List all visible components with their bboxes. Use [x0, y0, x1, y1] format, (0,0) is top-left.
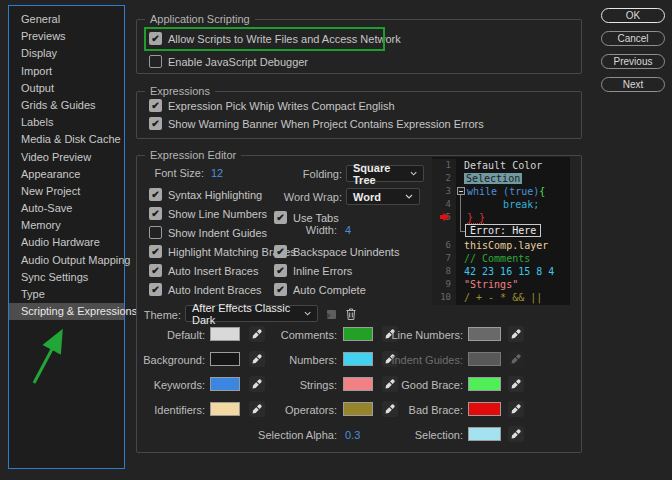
eyedropper-icon[interactable]	[508, 426, 524, 442]
backspace-unindents-checkbox[interactable]: ✔ Backspace Unindents	[274, 245, 399, 258]
pick-whip-checkbox[interactable]: ✔ Expression Pick Whip Writes Compact En…	[149, 99, 395, 112]
syntax-preview-panel: 1 Default Color 2 Selection 3 while (tru…	[432, 157, 570, 305]
line-number-gutter	[432, 224, 456, 239]
code-token: / + - * && ||	[464, 292, 542, 303]
preferences-sidebar: General Previews Display Import Output G…	[8, 5, 125, 469]
save-theme-icon[interactable]	[324, 307, 338, 321]
code-line: 3 while (true){	[432, 185, 570, 198]
auto-indent-braces-label: Auto Indent Braces	[168, 284, 262, 296]
show-line-numbers-label: Show Line Numbers	[168, 208, 267, 220]
use-tabs-checkbox[interactable]: ✔ Use Tabs	[274, 211, 339, 224]
code-token: break;	[467, 199, 539, 210]
line-number: 4	[432, 198, 456, 211]
sidebar-item-import[interactable]: Import	[9, 63, 124, 80]
auto-indent-braces-checkbox[interactable]: ✔ Auto Indent Braces	[149, 283, 262, 296]
code-token-bad-brace: } }	[467, 212, 485, 223]
sidebar-item-appearance[interactable]: Appearance	[9, 166, 124, 183]
chevron-down-icon	[410, 171, 417, 176]
syntax-highlighting-checkbox[interactable]: ✔ Syntax Highlighting	[149, 188, 262, 201]
color-keywords-label: Keywords:	[100, 379, 205, 391]
sidebar-item-video-preview[interactable]: Video Preview	[9, 149, 124, 166]
sidebar-item-memory[interactable]: Memory	[9, 217, 124, 234]
color-good-brace-swatch[interactable]	[468, 377, 501, 391]
inline-errors-label: Inline Errors	[293, 265, 352, 277]
sidebar-item-general[interactable]: General	[9, 11, 124, 28]
color-bad-brace-swatch[interactable]	[468, 402, 501, 416]
eyedropper-icon[interactable]	[508, 326, 524, 342]
checkbox-checked-icon: ✔	[274, 245, 287, 258]
application-scripting-title: Application Scripting	[145, 13, 255, 25]
code-line: 10 / + - * && ||	[432, 291, 570, 304]
code-fold-marker-icon	[457, 187, 465, 195]
enable-debugger-checkbox[interactable]: Enable JavaScript Debugger	[149, 55, 308, 68]
color-selection-swatch[interactable]	[468, 427, 501, 441]
checkbox-checked-icon: ✔	[149, 264, 162, 277]
eyedropper-icon[interactable]	[508, 401, 524, 417]
sidebar-item-type[interactable]: Type	[9, 286, 124, 303]
checkbox-unchecked-icon	[149, 226, 162, 239]
folding-value: Square Tree	[353, 162, 410, 186]
ok-button[interactable]: OK	[601, 8, 665, 23]
checkbox-checked-icon: ✔	[149, 99, 162, 112]
sidebar-item-audio-hardware[interactable]: Audio Hardware	[9, 234, 124, 251]
error-marker-icon	[443, 213, 450, 221]
sidebar-item-auto-save[interactable]: Auto-Save	[9, 200, 124, 217]
folding-dropdown[interactable]: Square Tree	[346, 165, 424, 182]
sidebar-item-labels[interactable]: Labels	[9, 114, 124, 131]
tab-width-value[interactable]: 4	[345, 224, 351, 236]
show-indent-guides-checkbox[interactable]: Show Indent Guides	[149, 226, 267, 239]
use-tabs-label: Use Tabs	[293, 212, 339, 224]
color-line-numbers-swatch[interactable]	[468, 327, 501, 341]
theme-dropdown[interactable]: After Effects Classic Dark	[185, 305, 318, 322]
pick-whip-label: Expression Pick Whip Writes Compact Engl…	[168, 100, 395, 112]
allow-scripts-checkbox[interactable]: ✔ Allow Scripts to Write Files and Acces…	[149, 32, 401, 45]
delete-theme-trash-icon[interactable]	[344, 306, 358, 321]
eyedropper-icon[interactable]	[508, 376, 524, 392]
folding-label: Folding:	[280, 168, 342, 180]
checkbox-checked-icon: ✔	[149, 283, 162, 296]
expressions-title: Expressions	[145, 85, 215, 97]
color-indent-guides-label: Indent Guides:	[355, 354, 463, 366]
inline-errors-checkbox[interactable]: ✔ Inline Errors	[274, 264, 352, 277]
warning-banner-checkbox[interactable]: ✔ Show Warning Banner When Project Conta…	[149, 117, 484, 130]
code-token: {	[539, 186, 545, 197]
auto-complete-checkbox[interactable]: ✔ Auto Complete	[274, 283, 366, 296]
sidebar-item-sync-settings[interactable]: Sync Settings	[9, 269, 124, 286]
code-token: // Comments	[464, 253, 530, 264]
sidebar-item-previews[interactable]: Previews	[9, 28, 124, 45]
code-line: 6 thisComp.layer	[432, 239, 570, 252]
next-button[interactable]: Next	[601, 77, 665, 92]
previous-button[interactable]: Previous	[601, 54, 665, 69]
font-size-value[interactable]: 12	[211, 167, 223, 179]
gutter-filler	[432, 304, 570, 305]
sidebar-item-display[interactable]: Display	[9, 45, 124, 62]
sidebar-item-grids-guides[interactable]: Grids & Guides	[9, 97, 124, 114]
sidebar-item-audio-output-mapping[interactable]: Audio Output Mapping	[9, 252, 124, 269]
cancel-button[interactable]: Cancel	[601, 31, 665, 46]
show-line-numbers-checkbox[interactable]: ✔ Show Line Numbers	[149, 207, 267, 220]
auto-insert-braces-checkbox[interactable]: ✔ Auto Insert Braces	[149, 264, 259, 277]
checkbox-checked-icon: ✔	[149, 188, 162, 201]
error-tooltip: Error: Here	[465, 224, 541, 237]
code-fold-line	[460, 195, 465, 232]
show-indent-guides-label: Show Indent Guides	[168, 227, 267, 239]
backspace-unindents-label: Backspace Unindents	[293, 246, 399, 258]
code-token: "Strings"	[464, 279, 518, 290]
color-default-label: Default:	[100, 329, 205, 341]
preferences-dialog: { "sidebar": { "items": [ {"label": "Gen…	[0, 0, 672, 480]
code-line: 4 break;	[432, 198, 570, 211]
code-line: 7 // Comments	[432, 252, 570, 265]
chevron-down-icon	[304, 311, 311, 316]
line-number: 2	[432, 172, 456, 185]
sidebar-item-output[interactable]: Output	[9, 80, 124, 97]
sidebar-item-new-project[interactable]: New Project	[9, 183, 124, 200]
color-indent-guides-swatch	[468, 352, 501, 366]
auto-insert-braces-label: Auto Insert Braces	[168, 265, 259, 277]
sidebar-item-scripting-expressions[interactable]: Scripting & Expressions	[9, 303, 124, 320]
sidebar-item-media-disk-cache[interactable]: Media & Disk Cache	[9, 131, 124, 148]
code-token: 42 23 16 15 8 4	[464, 266, 554, 277]
checkbox-checked-icon: ✔	[274, 283, 287, 296]
color-numbers-label: Numbers:	[230, 354, 337, 366]
error-tooltip-row: Error: Here	[432, 224, 570, 239]
word-wrap-dropdown[interactable]: Word	[346, 188, 420, 205]
